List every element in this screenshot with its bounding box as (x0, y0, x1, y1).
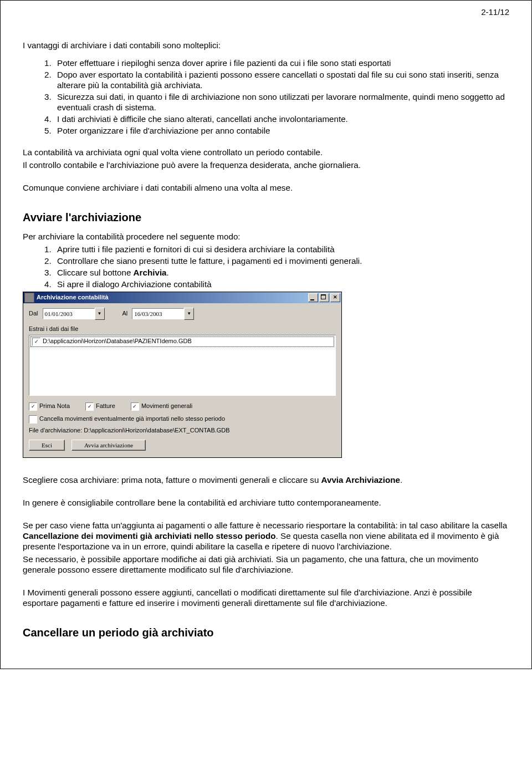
to-label: Al (122, 310, 128, 318)
intro-p2: Il controllo contabile e l'archiviazione… (23, 160, 509, 170)
checkbox-cancella[interactable]: Cancella movimenti eventualmente già imp… (29, 415, 336, 424)
list-item: Aprire tutti i file pazienti e fornitori… (54, 244, 509, 254)
close-button[interactable] (330, 293, 340, 302)
to-date-dropdown[interactable]: ▼ (184, 308, 194, 320)
checkbox-fatture[interactable]: ✓Fatture (85, 402, 115, 411)
checkbox-movimenti[interactable]: ✓Movimenti generali (131, 402, 192, 411)
page-number: 2-11/12 (23, 7, 509, 18)
intro-list: Poter effettuare i riepiloghi senza dove… (23, 58, 509, 136)
list-item: Dopo aver esportato la contabilità i paz… (54, 69, 509, 90)
dialog-titlebar[interactable]: Archiviazione contabilità (23, 292, 341, 303)
after-p5: I Movimenti generali possono essere aggi… (23, 587, 509, 608)
from-date-dropdown[interactable]: ▼ (95, 308, 105, 320)
list-item: Controllare che siano presenti tutte le … (54, 256, 509, 266)
after-p3: Se per caso viene fatta un'aggiunta ai p… (23, 520, 509, 552)
file-listbox[interactable]: ✓ D:\applicazioni\Horizon\Database\PAZIE… (29, 335, 336, 396)
intro-p1: La contabilità va archiviata ogni qual v… (23, 147, 509, 157)
extract-label: Estrai i dati dai file (29, 325, 336, 333)
dialog-archiviazione: Archiviazione contabilità Dal ▼ Al ▼ Est… (23, 292, 342, 458)
list-item: Poter organizzare i file d'archiviazione… (54, 125, 509, 136)
minimize-button[interactable] (308, 293, 318, 302)
intro-lead: I vantaggi di archiviare i dati contabil… (23, 40, 509, 50)
from-label: Dal (29, 310, 38, 318)
start-lead: Per archiviare la contabilità procedere … (23, 231, 509, 242)
checkbox-prima-nota[interactable]: ✓Prima Nota (29, 402, 70, 411)
list-item: Si apre il dialogo Archiviazione contabi… (54, 279, 509, 289)
list-item: I dati archiviati è difficile che siano … (54, 114, 509, 124)
heading-avviare: Avviare l'archiviazione (23, 211, 509, 225)
maximize-button[interactable] (319, 293, 329, 302)
start-list: Aprire tutti i file pazienti e fornitori… (23, 244, 509, 289)
intro-p3: Comunque conviene archiviare i dati cont… (23, 182, 509, 193)
list-item: Sicurezza sui dati, in quanto i file di … (54, 91, 509, 113)
checkbox-icon[interactable]: ✓ (32, 338, 40, 346)
file-list-item[interactable]: ✓ D:\applicazioni\Horizon\Database\PAZIE… (30, 337, 334, 347)
after-p2: In genere è consigliabile controllare be… (23, 497, 509, 508)
list-item: Cliccare sul bottone Archivia. (54, 267, 509, 278)
heading-cancellare: Cancellare un periodo già archiviato (23, 626, 509, 640)
archive-file-path: File d'archiviazione: D:\applicazioni\Ho… (29, 427, 336, 435)
after-p4: Se necessario, è possibile apportare mod… (23, 554, 509, 575)
file-path: D:\applicazioni\Horizon\Database\PAZIENT… (43, 338, 192, 345)
after-p1: Scegliere cosa archiviare: prima nota, f… (23, 475, 509, 485)
to-date-input[interactable] (132, 308, 184, 319)
dialog-title: Archiviazione contabilità (37, 294, 307, 302)
esci-button[interactable]: Esci (29, 440, 65, 451)
list-item: Poter effettuare i riepiloghi senza dove… (54, 58, 509, 68)
app-icon (24, 293, 34, 303)
from-date-input[interactable] (43, 308, 95, 319)
avvia-button[interactable]: Avvia archiviazione (71, 440, 146, 451)
